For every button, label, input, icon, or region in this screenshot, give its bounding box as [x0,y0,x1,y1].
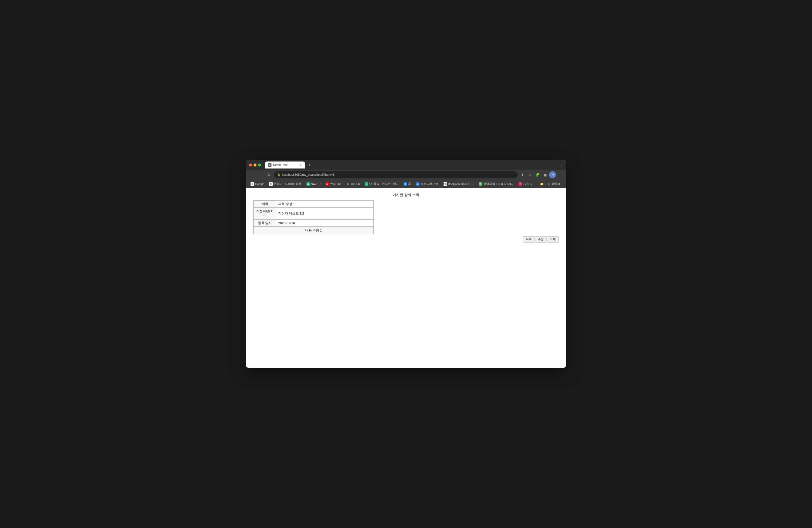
tab-title: Detail Post [273,163,297,167]
tabs-bar: D Detail Post × + [265,161,558,168]
forward-button[interactable]: → [257,171,264,178]
close-window-button[interactable] [249,163,252,166]
delete-button[interactable]: 삭제 [547,236,559,243]
extensions-button[interactable]: 🧩 [534,171,541,178]
window-controls[interactable]: ⌄ [560,163,563,167]
bookmark-home-label: 홈 [408,182,411,186]
content-value: 내용 수정 1 [254,227,374,234]
date-label: 등록 일시 [254,220,276,227]
address-bar[interactable]: 🔒 localhost:8080/my_board/detail?num=1 [274,171,518,178]
bookmark-inflearn-label: 내 학습 - 인프런 | 마... [369,182,398,186]
edit-button[interactable]: 수정 [535,236,547,243]
bookmarks-bar: G Google G 번역기 - Google 검색 N NAVER ▶ You… [246,180,566,188]
bookmark-tving-label: TVING [523,182,532,186]
bookmark-google[interactable]: G Google [248,181,266,187]
author-value: 작성자 테스트 1/2 [276,208,374,220]
bookmark-google-icon: G [250,182,254,186]
lock-icon: 🔒 [277,173,280,176]
profile-button[interactable]: 한 [549,171,556,178]
detail-table: 제목 제목 수정 1 작성자/조회수 작성자 테스트 1/2 등록 일시 202… [253,200,374,234]
title-row: 제목 제목 수정 1 [254,201,374,208]
button-area: 목록 수정 삭제 [253,236,559,243]
folder-icon: 📁 [540,182,543,186]
url-text: localhost:8080/my_board/detail?num=1 [282,173,514,176]
bookmark-youtube-label: YouTube [330,182,341,186]
bookmark-programmers-icon: ▶ [416,182,420,186]
bookmark-inflearn-icon: i [365,182,368,186]
page-heading: 게시판 상세 조회 [253,193,559,197]
refresh-button[interactable]: ↻ [265,171,273,178]
tab-favicon: D [268,163,272,167]
new-tab-button[interactable]: + [306,161,313,168]
bookmark-naver[interactable]: N NAVER [304,181,323,187]
bookmark-youtube-icon: ▶ [325,182,329,186]
bookmark-button[interactable]: ☆ [526,171,534,178]
bookmark-life-label: 생명의삶 : 오늘의 QT... [483,182,513,186]
bookmark-home-icon: ⊕ [404,182,407,186]
browser-window: D Detail Post × + ⌄ ← → ↻ 🔒 localhost:80… [246,160,566,368]
bookmark-naver-icon: N [306,182,310,186]
tab-close-button[interactable]: × [299,163,302,167]
bookmark-tving[interactable]: T TVING [517,181,534,187]
nav-actions: ⬆ ☆ 🧩 ▣ 한 ⋮ [519,171,564,178]
bookmark-translate-label: 번역기 - Google 검색 [274,182,302,186]
bookmark-baekjoon[interactable]: BOJ Baekjoon Online J... [441,181,476,187]
minimize-window-button[interactable] [253,163,257,166]
bookmark-inflearn[interactable]: i 내 학습 - 인프런 | 마... [363,181,400,187]
list-button[interactable]: 목록 [523,236,535,243]
bookmark-github-icon: ⬡ [347,182,350,186]
other-bookmarks[interactable]: 📁 기타 북마크 [538,181,562,187]
page-content: 게시판 상세 조회 제목 제목 수정 1 작성자/조회수 작성자 테스트 1/2… [246,188,566,368]
bookmark-google-label: Google [255,182,264,186]
bookmark-github-label: GitHub [351,182,360,186]
back-button[interactable]: ← [248,171,256,178]
title-label: 제목 [254,201,276,208]
bookmark-tving-icon: T [519,182,522,186]
bookmark-baekjoon-icon: BOJ [444,182,447,186]
nav-bar: ← → ↻ 🔒 localhost:8080/my_board/detail?n… [246,170,566,180]
bookmark-life[interactable]: 생 생명의삶 : 오늘의 QT... [477,181,516,187]
bookmark-translate-icon: G [269,182,273,186]
content-row: 내용 수정 1 [254,227,374,234]
active-tab[interactable]: D Detail Post × [265,161,305,168]
menu-button[interactable]: ⋮ [556,171,564,178]
bookmark-youtube[interactable]: ▶ YouTube [323,181,343,187]
author-row: 작성자/조회수 작성자 테스트 1/2 [254,208,374,220]
bookmark-naver-label: NAVER [311,182,321,186]
date-row: 등록 일시 2023-07-16 [254,220,374,227]
sidebar-button[interactable]: ▣ [541,171,549,178]
bookmark-life-icon: 생 [479,182,482,186]
bookmark-baekjoon-label: Baekjoon Online J... [448,182,474,186]
bookmark-programmers-label: 프로그래머스 [420,182,438,186]
traffic-lights [249,163,261,166]
share-button[interactable]: ⬆ [519,171,526,178]
bookmark-translate[interactable]: G 번역기 - Google 검색 [267,181,304,187]
bookmark-github[interactable]: ⬡ GitHub [345,181,362,187]
author-label: 작성자/조회수 [254,208,276,220]
bookmark-home[interactable]: ⊕ 홈 [402,181,413,187]
bookmark-programmers[interactable]: ▶ 프로그래머스 [414,181,440,187]
maximize-window-button[interactable] [258,163,261,166]
title-value: 제목 수정 1 [276,201,374,208]
bookmarks-separator [536,182,536,186]
date-value: 2023-07-16 [276,220,374,227]
other-bookmarks-label: 기타 북마크 [545,182,560,186]
title-bar: D Detail Post × + ⌄ [246,160,566,170]
